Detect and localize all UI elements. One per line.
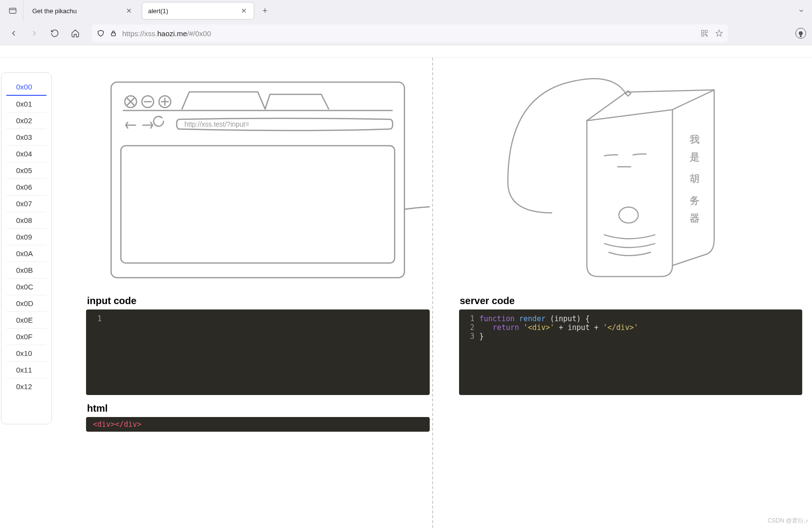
all-tabs-dropdown[interactable]	[792, 2, 810, 20]
svg-rect-3	[702, 30, 704, 33]
close-icon[interactable]: ✕	[240, 7, 248, 15]
svg-text:胡: 胡	[689, 173, 700, 184]
tab-label: alert(1)	[148, 7, 240, 15]
svg-rect-2	[111, 33, 115, 36]
close-icon[interactable]: ✕	[125, 7, 133, 15]
back-button[interactable]	[6, 25, 22, 41]
lock-icon	[110, 29, 117, 37]
svg-rect-0	[9, 8, 16, 14]
nav-toolbar: https://xss.haozi.me/#/0x00	[0, 22, 812, 45]
bookmark-star-icon[interactable]	[715, 29, 723, 37]
level-sidebar: 0x000x010x020x030x040x050x060x070x080x09…	[1, 72, 52, 424]
level-item-0x05[interactable]: 0x05	[6, 162, 46, 179]
tab-alert[interactable]: alert(1) ✕	[142, 2, 254, 20]
forward-button[interactable]	[26, 25, 42, 41]
shield-icon	[97, 29, 105, 37]
profile-button[interactable]	[795, 28, 806, 39]
level-item-0x0C[interactable]: 0x0C	[6, 279, 46, 295]
level-item-0x0D[interactable]: 0x0D	[6, 295, 46, 312]
tab-pikachu[interactable]: Get the pikachu ✕	[26, 2, 139, 20]
input-code-box[interactable]: 1	[86, 309, 430, 395]
svg-rect-4	[705, 30, 707, 33]
svg-rect-5	[702, 34, 704, 36]
page-content: 0x000x010x020x030x040x050x060x070x080x09…	[0, 58, 812, 528]
svg-text:我: 我	[689, 134, 700, 145]
bookmarks-strip	[0, 45, 812, 58]
server-code-title: server code	[460, 295, 803, 307]
tab-strip: Get the pikachu ✕ alert(1) ✕ +	[0, 0, 812, 22]
level-item-0x08[interactable]: 0x08	[6, 212, 46, 229]
center-divider	[432, 58, 433, 528]
svg-rect-9	[111, 82, 404, 278]
level-item-0x01[interactable]: 0x01	[6, 96, 46, 112]
new-tab-button[interactable]: +	[257, 3, 273, 19]
recent-browsing-icon[interactable]	[2, 0, 23, 22]
level-item-0x0E[interactable]: 0x0E	[6, 312, 46, 329]
level-item-0x0F[interactable]: 0x0F	[6, 329, 46, 345]
level-item-0x02[interactable]: 0x02	[6, 112, 46, 129]
svg-text:务: 务	[689, 195, 700, 206]
browser-chrome: Get the pikachu ✕ alert(1) ✕ + https:/	[0, 0, 812, 45]
level-item-0x06[interactable]: 0x06	[6, 179, 46, 196]
server-sketch: 我 是 胡 务 器	[459, 72, 803, 287]
level-item-0x11[interactable]: 0x11	[6, 362, 46, 378]
home-button[interactable]	[67, 25, 83, 41]
level-item-0x09[interactable]: 0x09	[6, 229, 46, 245]
level-item-0x0B[interactable]: 0x0B	[6, 262, 46, 279]
input-code-title: input code	[87, 295, 430, 307]
svg-marker-8	[716, 30, 722, 36]
level-item-0x07[interactable]: 0x07	[6, 196, 46, 212]
level-item-0x04[interactable]: 0x04	[6, 146, 46, 162]
level-item-0x12[interactable]: 0x12	[6, 378, 46, 395]
level-item-0x00[interactable]: 0x00	[6, 79, 46, 96]
svg-text:器: 器	[690, 213, 700, 223]
url-text: https://xss.haozi.me/#/0x00	[122, 29, 211, 38]
svg-rect-6	[705, 34, 706, 35]
svg-rect-7	[706, 35, 707, 36]
address-bar[interactable]: https://xss.haozi.me/#/0x00	[92, 24, 728, 42]
reload-button[interactable]	[47, 25, 63, 41]
html-title: html	[87, 403, 430, 414]
level-item-0x10[interactable]: 0x10	[6, 345, 46, 362]
server-code-box: 1function render (input) { 2 return '<di…	[459, 309, 803, 395]
svg-rect-19	[121, 146, 395, 263]
svg-point-20	[619, 207, 638, 223]
html-output-box: <div></div>	[86, 417, 430, 432]
browser-sketch: http://xss.test/?input=	[86, 72, 430, 287]
level-item-0x0A[interactable]: 0x0A	[6, 245, 46, 262]
qr-icon[interactable]	[701, 29, 708, 37]
level-item-0x03[interactable]: 0x03	[6, 129, 46, 146]
sketch-url-placeholder: http://xss.test/?input=	[184, 120, 249, 128]
svg-text:是: 是	[689, 152, 700, 162]
tab-label: Get the pikachu	[32, 7, 125, 15]
